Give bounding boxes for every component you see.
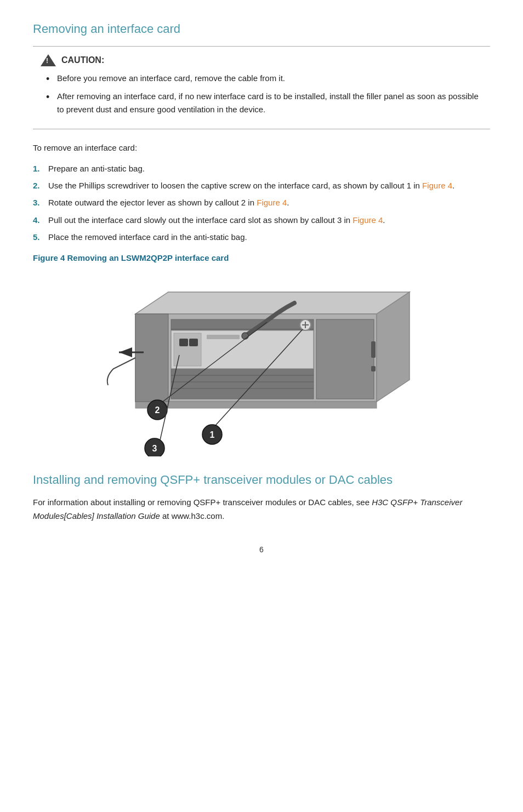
- svg-text:1: 1: [210, 430, 215, 439]
- caution-list: Before you remove an interface card, rem…: [41, 72, 480, 116]
- step-text-3: Rotate outward the ejector lever as show…: [48, 196, 490, 209]
- section2-body-text: For information about installing or remo…: [33, 498, 372, 507]
- svg-rect-16: [316, 319, 374, 399]
- caution-triangle-icon: [41, 54, 56, 66]
- step-text-1: Prepare an anti-static bag.: [48, 162, 490, 175]
- step-num-3: 3.: [33, 196, 48, 209]
- svg-rect-18: [371, 366, 376, 371]
- section2-title: Installing and removing QSFP+ transceive…: [33, 473, 490, 487]
- caution-box: CAUTION: Before you remove an interface …: [33, 46, 490, 129]
- caution-item-1: Before you remove an interface card, rem…: [46, 72, 480, 84]
- svg-rect-21: [179, 339, 188, 346]
- step-3: 3. Rotate outward the ejector lever as s…: [33, 196, 490, 209]
- step-1: 1. Prepare an anti-static bag.: [33, 162, 490, 175]
- figure-title: Figure 4 Removing an LSWM2QP2P interface…: [33, 253, 490, 262]
- step-text-4: Pull out the interface card slowly out t…: [48, 214, 490, 226]
- svg-rect-3: [135, 402, 377, 408]
- figure4-link-step2[interactable]: Figure 4: [422, 181, 452, 190]
- step-5: 5. Place the removed interface card in t…: [33, 231, 490, 243]
- caution-item-2: After removing an interface card, if no …: [46, 90, 480, 116]
- svg-rect-23: [207, 335, 240, 339]
- svg-point-24: [242, 333, 248, 339]
- svg-text:3: 3: [152, 444, 157, 453]
- page-number: 6: [33, 545, 490, 554]
- step-text-2: Use the Phillips screwdriver to loosen t…: [48, 179, 490, 192]
- caution-header: CAUTION:: [41, 54, 480, 66]
- step-num-2: 2.: [33, 179, 48, 192]
- caution-label: CAUTION:: [61, 55, 104, 65]
- step-num-5: 5.: [33, 231, 48, 243]
- svg-text:2: 2: [155, 405, 160, 415]
- section2-body2-text: at www.h3c.com.: [160, 511, 225, 521]
- svg-marker-0: [135, 292, 410, 314]
- figure-area: 1 2 3: [33, 270, 490, 456]
- step-text-5: Place the removed interface card in the …: [48, 231, 490, 243]
- step-num-1: 1.: [33, 162, 48, 175]
- section-title: Removing an interface card: [33, 22, 490, 36]
- step-2: 2. Use the Phillips screwdriver to loose…: [33, 179, 490, 192]
- svg-rect-22: [189, 339, 198, 346]
- svg-rect-4: [135, 314, 168, 402]
- step-num-4: 4.: [33, 214, 48, 226]
- intro-text: To remove an interface card:: [33, 141, 490, 155]
- section2-body: For information about installing or remo…: [33, 496, 490, 523]
- svg-rect-17: [371, 341, 376, 358]
- figure-illustration: 1 2 3: [103, 270, 420, 456]
- figure4-link-step3[interactable]: Figure 4: [257, 198, 287, 207]
- steps-list: 1. Prepare an anti-static bag. 2. Use th…: [33, 162, 490, 243]
- step-4: 4. Pull out the interface card slowly ou…: [33, 214, 490, 226]
- figure4-link-step4[interactable]: Figure 4: [353, 215, 383, 225]
